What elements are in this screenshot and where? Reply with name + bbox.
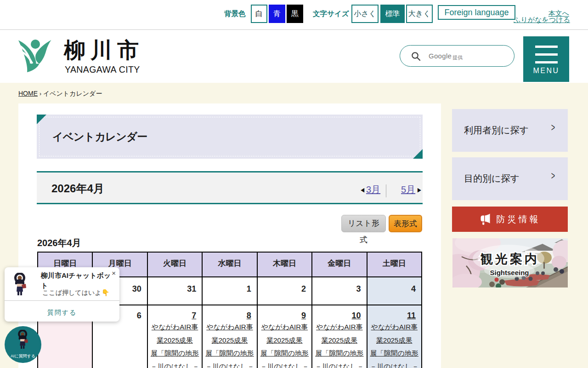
svg-text:観光案内: 観光案内 xyxy=(480,252,539,266)
svg-text:Sightseeing: Sightseeing xyxy=(490,269,529,276)
